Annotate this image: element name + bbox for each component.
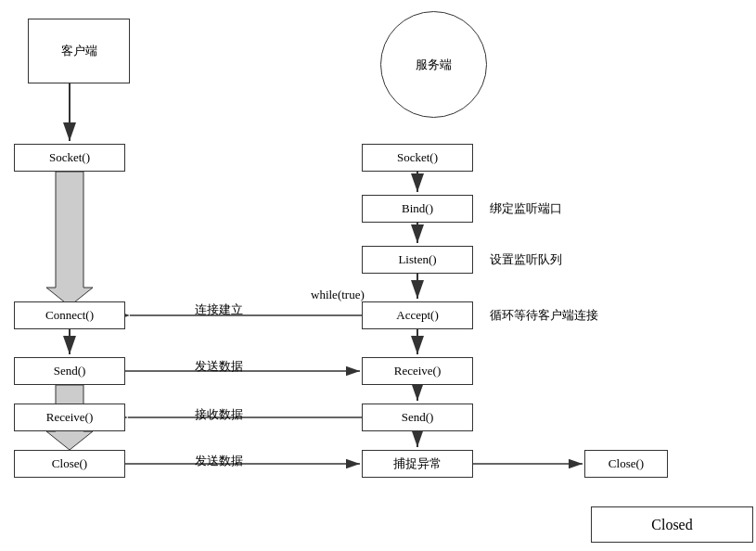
server-circle: 服务端: [380, 11, 487, 118]
client-box: 客户端: [28, 19, 130, 83]
connect-box: Connect(): [14, 301, 125, 329]
client-label: 客户端: [61, 43, 97, 59]
client-receive-box: Receive(): [14, 404, 125, 431]
accept-box: Accept(): [362, 301, 473, 329]
server-close-label: Close(): [609, 456, 644, 471]
server-socket-label: Socket(): [397, 150, 438, 165]
exception-box: 捕捉异常: [362, 450, 473, 478]
svg-marker-3: [46, 172, 93, 306]
server-receive-box: Receive(): [362, 357, 473, 385]
server-receive-label: Receive(): [394, 364, 442, 378]
client-socket-label: Socket(): [49, 150, 90, 165]
listen-label: Listen(): [398, 252, 436, 267]
receive-label: 接收数据: [195, 405, 243, 424]
server-send-box: Send(): [362, 404, 473, 431]
accept-label: Accept(): [396, 308, 438, 323]
client-send-box: Send(): [14, 357, 125, 385]
client-send-label: Send(): [54, 364, 86, 378]
connect-label: Connect(): [45, 308, 94, 323]
diagram: 客户端 服务端 Socket() Socket() Bind() 绑定监听端口 …: [0, 0, 756, 551]
send-label: 发送数据: [195, 357, 243, 376]
bind-label: Bind(): [402, 201, 433, 216]
closed-label: Closed: [591, 506, 753, 543]
client-socket-box: Socket(): [14, 144, 125, 172]
exception-label: 捕捉异常: [393, 455, 442, 472]
bind-box: Bind(): [362, 195, 473, 223]
listen-box: Listen(): [362, 246, 473, 274]
listen-comment: 设置监听队列: [482, 246, 562, 274]
server-send-label: Send(): [402, 410, 434, 425]
close-send-label: 发送数据: [195, 452, 243, 470]
accept-comment: 循环等待客户端连接: [482, 301, 598, 329]
client-close-box: Close(): [14, 450, 125, 478]
server-socket-box: Socket(): [362, 144, 473, 172]
while-label: while(true): [311, 286, 365, 304]
server-close-box: Close(): [584, 450, 668, 478]
client-receive-label: Receive(): [46, 410, 94, 425]
server-label: 服务端: [416, 57, 452, 73]
bind-comment: 绑定监听端口: [482, 195, 562, 223]
client-close-label: Close(): [52, 456, 87, 471]
conn-label: 连接建立: [195, 301, 243, 319]
